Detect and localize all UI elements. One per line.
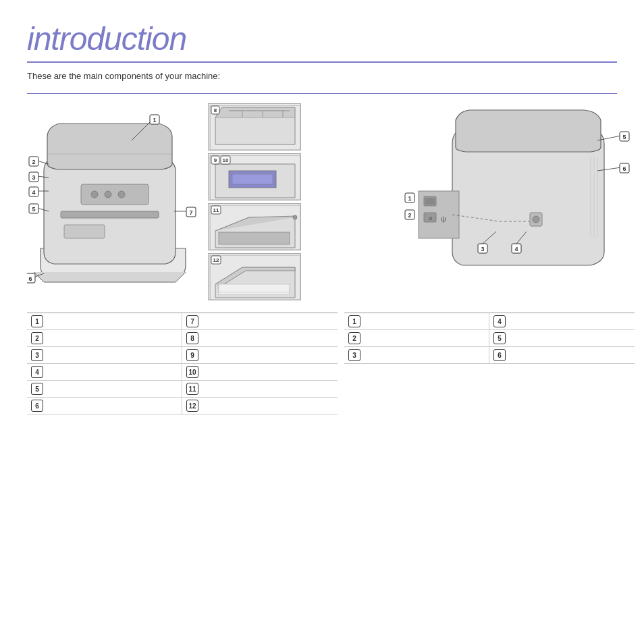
section-divider	[27, 93, 617, 94]
subtitle-text: These are the main components of your ma…	[27, 71, 617, 81]
svg-text:1: 1	[153, 117, 156, 124]
svg-rect-57	[425, 198, 435, 205]
right-section: ⌀ ψ 1 2	[344, 103, 635, 414]
num-badge-7: 7	[186, 315, 198, 327]
right-legend-row-2: 2 5	[344, 330, 635, 347]
right-legend-table: 1 4 2 5	[344, 313, 635, 364]
svg-point-64	[533, 216, 539, 223]
svg-text:10: 10	[223, 157, 229, 163]
legend-cell-4: 4	[27, 364, 182, 380]
svg-text:9: 9	[214, 157, 217, 163]
num-badge-4: 4	[31, 366, 43, 378]
num-badge-12: 12	[186, 400, 198, 412]
right-num-badge-6: 6	[493, 349, 506, 361]
num-badge-3: 3	[31, 349, 43, 361]
detail-box-9-10: 9 10	[208, 153, 301, 200]
svg-rect-6	[64, 225, 105, 238]
svg-text:6: 6	[28, 275, 32, 282]
svg-text:5: 5	[32, 206, 35, 213]
legend-cell-3: 3	[27, 347, 182, 363]
svg-rect-37	[232, 174, 273, 184]
legend-cell-2: 2	[27, 330, 182, 346]
svg-text:12: 12	[213, 257, 219, 263]
detail-box-12: 12	[208, 253, 301, 300]
legend-cell-8: 8	[182, 330, 338, 346]
svg-point-2	[91, 191, 98, 198]
legend-row-5: 5 11	[27, 381, 338, 398]
right-legend-cell-5: 5	[489, 330, 635, 346]
legend-row-6: 6 12	[27, 398, 338, 414]
legend-cell-12: 12	[182, 398, 338, 414]
num-badge-8: 8	[186, 332, 198, 344]
svg-text:7: 7	[189, 209, 192, 216]
num-badge-2: 2	[31, 332, 43, 344]
num-badge-9: 9	[186, 349, 198, 361]
page-title: introduction	[27, 20, 617, 63]
svg-text:1: 1	[408, 195, 411, 202]
num-badge-11: 11	[186, 383, 198, 395]
svg-rect-43	[219, 232, 290, 244]
svg-text:11: 11	[213, 207, 219, 213]
svg-text:5: 5	[622, 134, 626, 140]
right-num-badge-5: 5	[493, 332, 506, 344]
right-legend-cell-1: 1	[344, 313, 489, 329]
legend-cell-7: 7	[182, 313, 338, 329]
main-content: 1 2 3 4	[27, 103, 617, 414]
legend-row-1: 1 7	[27, 313, 338, 330]
svg-text:3: 3	[481, 246, 484, 252]
svg-text:2: 2	[32, 159, 35, 165]
legend-row-2: 2 8	[27, 330, 338, 347]
right-num-badge-4: 4	[493, 315, 506, 327]
detail-box-11: 11	[208, 203, 301, 250]
right-num-badge-1: 1	[348, 315, 360, 327]
svg-text:8: 8	[214, 107, 217, 113]
legend-cell-9: 9	[182, 347, 338, 363]
legend-row-4: 4 10	[27, 364, 338, 381]
right-legend-cell-4: 4	[489, 313, 635, 329]
num-badge-1: 1	[31, 315, 43, 327]
detail-box-8: 8	[208, 103, 301, 151]
svg-point-3	[105, 191, 111, 198]
detail-diagrams: 8	[208, 103, 302, 306]
main-machine-diagram: 1 2 3 4	[27, 103, 203, 306]
svg-rect-5	[61, 211, 159, 218]
legend-cell-10: 10	[182, 364, 338, 380]
legend-cell-1: 1	[27, 313, 182, 329]
left-section: 1 2 3 4	[27, 103, 338, 414]
svg-text:ψ: ψ	[441, 215, 446, 223]
right-legend-cell-6: 6	[489, 347, 635, 363]
num-badge-6: 6	[31, 400, 43, 412]
svg-text:2: 2	[408, 212, 411, 219]
svg-text:6: 6	[622, 165, 626, 172]
legend-cell-6: 6	[27, 398, 182, 414]
right-legend-cell-2: 2	[344, 330, 489, 346]
legend-cell-5: 5	[27, 381, 182, 397]
right-legend-row-3: 3 6	[344, 347, 635, 364]
diagrams-row: 1 2 3 4	[27, 103, 338, 306]
svg-text:3: 3	[32, 174, 35, 181]
svg-text:4: 4	[32, 189, 35, 196]
legend-cell-11: 11	[182, 381, 338, 397]
svg-rect-49	[219, 284, 290, 292]
legend-row-3: 3 9	[27, 347, 338, 364]
left-legend-table: 1 7 2 8	[27, 313, 338, 414]
right-num-badge-3: 3	[348, 349, 360, 361]
num-badge-5: 5	[31, 383, 43, 395]
page: introduction These are the main componen…	[0, 0, 644, 644]
svg-text:4: 4	[514, 246, 518, 252]
right-legend-cell-3: 3	[344, 347, 489, 363]
svg-point-4	[118, 191, 125, 198]
num-badge-10: 10	[186, 366, 198, 378]
rear-diagram-area: ⌀ ψ 1 2	[344, 103, 635, 306]
right-legend-row-1: 1 4	[344, 313, 635, 330]
right-num-badge-2: 2	[348, 332, 360, 344]
svg-point-44	[293, 215, 297, 219]
